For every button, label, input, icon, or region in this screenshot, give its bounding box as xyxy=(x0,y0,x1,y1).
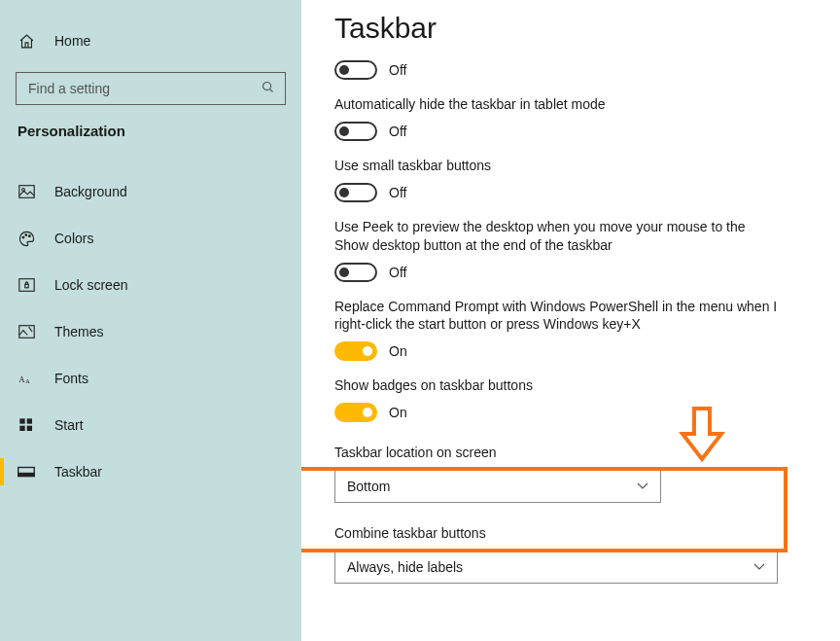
setting-label: Automatically hide the taskbar in tablet… xyxy=(334,95,782,114)
svg-point-4 xyxy=(24,233,26,235)
svg-rect-1 xyxy=(18,186,33,198)
setting-label: Taskbar location on screen xyxy=(334,444,782,462)
sidebar-item-label: Start xyxy=(54,417,84,433)
toggle-small-buttons[interactable] xyxy=(334,183,377,202)
setting-label: Use Peek to preview the desktop when you… xyxy=(334,218,782,255)
search-field[interactable] xyxy=(26,80,261,97)
sidebar-item-start[interactable]: Start xyxy=(0,402,301,448)
setting-label: Show badges on taskbar buttons xyxy=(334,376,782,395)
taskbar-location-dropdown[interactable]: Bottom xyxy=(334,470,661,503)
toggle-autohide-tablet[interactable] xyxy=(334,122,377,141)
toggle-powershell[interactable] xyxy=(334,341,377,361)
toggle-badges[interactable] xyxy=(334,403,377,422)
toggle-lock-taskbar[interactable] xyxy=(334,60,377,80)
svg-rect-7 xyxy=(24,284,28,288)
dropdown-value: Always, hide labels xyxy=(347,559,463,575)
sidebar-item-colors[interactable]: Colors xyxy=(0,215,301,262)
chevron-down-icon xyxy=(753,560,765,574)
toggle-peek[interactable] xyxy=(334,263,377,282)
setting-label: Combine taskbar buttons xyxy=(334,524,782,543)
start-icon xyxy=(18,417,35,433)
sidebar-item-themes[interactable]: Themes xyxy=(0,308,301,355)
svg-point-3 xyxy=(22,236,24,238)
sidebar-item-label: Colors xyxy=(54,231,93,246)
sidebar-item-label: Themes xyxy=(54,324,104,339)
category-title: Personalization xyxy=(0,123,301,149)
combine-buttons-dropdown[interactable]: Always, hide labels xyxy=(334,551,778,584)
svg-text:A: A xyxy=(18,374,25,383)
svg-rect-11 xyxy=(19,418,24,423)
fonts-icon: AA xyxy=(18,372,35,386)
themes-icon xyxy=(18,325,35,338)
sidebar-item-label: Background xyxy=(54,184,127,199)
home-icon xyxy=(18,33,35,50)
svg-text:A: A xyxy=(25,377,30,383)
sidebar-nav: Background Colors Lock screen Themes xyxy=(0,168,301,495)
sidebar-item-taskbar[interactable]: Taskbar xyxy=(0,448,301,495)
setting-label: Use small taskbar buttons xyxy=(334,157,782,175)
svg-rect-13 xyxy=(19,426,24,431)
svg-point-5 xyxy=(28,234,30,236)
home-label: Home xyxy=(54,33,90,49)
search-icon xyxy=(261,80,275,97)
svg-rect-14 xyxy=(27,426,32,431)
toggle-state: Off xyxy=(389,62,406,78)
svg-rect-16 xyxy=(18,474,35,477)
sidebar-item-fonts[interactable]: AA Fonts xyxy=(0,355,301,402)
sidebar-item-lock-screen[interactable]: Lock screen xyxy=(0,262,301,308)
content-area: Taskbar Off Automatically hide the taskb… xyxy=(301,0,840,641)
toggle-state: Off xyxy=(389,185,406,200)
toggle-state: On xyxy=(389,405,407,420)
toggle-state: On xyxy=(389,343,407,359)
chevron-down-icon xyxy=(637,480,648,493)
sidebar-item-label: Fonts xyxy=(54,371,88,386)
sidebar-item-label: Lock screen xyxy=(54,277,127,293)
taskbar-icon xyxy=(18,466,35,478)
palette-icon xyxy=(18,231,35,247)
image-icon xyxy=(18,185,35,198)
page-title: Taskbar xyxy=(334,12,840,45)
dropdown-value: Bottom xyxy=(347,479,390,494)
lock-screen-icon xyxy=(18,278,35,292)
sidebar-item-label: Taskbar xyxy=(54,464,102,480)
sidebar-item-background[interactable]: Background xyxy=(0,168,301,215)
sidebar: Home Personalization Background xyxy=(0,0,301,641)
home-link[interactable]: Home xyxy=(0,23,301,58)
toggle-state: Off xyxy=(389,265,406,280)
setting-label: Replace Command Prompt with Windows Powe… xyxy=(334,298,782,335)
search-input[interactable] xyxy=(16,72,286,105)
svg-rect-12 xyxy=(27,418,32,423)
toggle-state: Off xyxy=(389,124,406,139)
svg-rect-6 xyxy=(18,279,33,292)
